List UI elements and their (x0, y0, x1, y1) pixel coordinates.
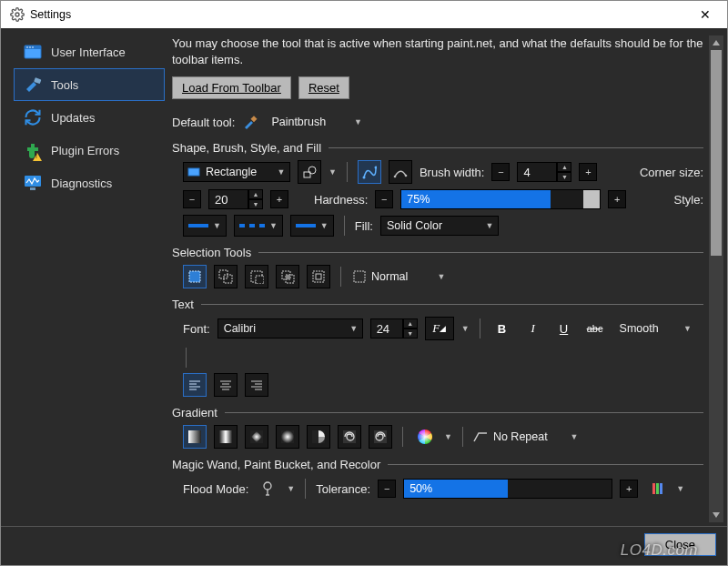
align-center-button[interactable] (214, 373, 238, 397)
sidebar-item-tools[interactable]: Tools (14, 68, 165, 101)
sidebar-item-label: Updates (51, 111, 95, 125)
tolerance-slider[interactable]: 50% (403, 479, 612, 499)
section-selection-title: Selection Tools (172, 246, 251, 259)
section-gradient-title: Gradient (172, 406, 217, 419)
tolerance-value: 50% (404, 482, 432, 495)
selection-icon (351, 270, 366, 283)
default-tool-dropdown[interactable]: Paintbrush ▼ (266, 112, 366, 132)
sidebar-item-plugin-errors[interactable]: Plugin Errors (14, 134, 165, 167)
hardness-slider[interactable]: 75% (400, 189, 601, 209)
gradient-reflected-button[interactable] (214, 425, 238, 449)
font-metrics-button[interactable]: F◢ (425, 317, 454, 340)
font-value: Calibri (218, 322, 346, 335)
hardness-decrement[interactable]: − (375, 190, 393, 208)
italic-button[interactable]: I (521, 317, 545, 340)
chevron-down-icon[interactable]: ▼ (461, 324, 470, 333)
window-title: Settings (30, 8, 687, 21)
gradient-diamond-button[interactable] (245, 425, 268, 449)
svg-rect-54 (660, 483, 662, 494)
description-text: You may choose the tool that is active w… (172, 35, 703, 67)
selection-invert-button[interactable] (307, 265, 330, 288)
corner-size-increment[interactable]: + (270, 190, 288, 208)
spin-up[interactable]: ▲ (403, 318, 418, 328)
scroll-track[interactable] (709, 50, 723, 508)
spin-up[interactable]: ▲ (248, 189, 263, 199)
font-dropdown[interactable]: Calibri ▼ (217, 318, 363, 339)
spin-up[interactable]: ▲ (557, 162, 571, 172)
svg-rect-10 (188, 168, 199, 176)
align-left-button[interactable] (183, 373, 207, 397)
scroll-down-button[interactable] (709, 508, 723, 522)
spin-down[interactable]: ▼ (403, 328, 418, 339)
selection-subtract-button[interactable] (245, 265, 268, 288)
default-tool-label: Default tool: (172, 116, 235, 129)
align-right-button[interactable] (245, 373, 268, 397)
default-tool-value: Paintbrush (266, 116, 349, 128)
antialias-dropdown[interactable]: Smooth ▼ (614, 318, 696, 339)
svg-point-11 (308, 167, 316, 174)
line-curve-button[interactable] (358, 160, 381, 184)
hardness-label: Hardness: (314, 193, 368, 207)
svg-point-5 (32, 46, 34, 48)
hardness-value: 75% (401, 193, 430, 206)
flood-mode-button[interactable] (256, 477, 279, 500)
vertical-scrollbar[interactable] (709, 35, 723, 522)
svg-rect-17 (189, 271, 200, 282)
brush-width-input[interactable]: 4 ▲▼ (517, 162, 571, 182)
sidebar-item-updates[interactable]: Updates (14, 101, 165, 134)
tolerance-decrement[interactable]: − (378, 480, 396, 498)
reset-button[interactable]: Reset (298, 76, 349, 99)
corner-size-decrement[interactable]: − (183, 190, 201, 208)
shape-dropdown[interactable]: Rectangle ▼ (183, 162, 290, 182)
svg-point-4 (29, 46, 31, 48)
line-style-start-dropdown[interactable]: ▼ (183, 215, 227, 237)
load-from-toolbar-button[interactable]: Load From Toolbar (172, 76, 291, 99)
spline-button[interactable] (389, 160, 412, 184)
selection-intersect-button[interactable] (276, 265, 299, 288)
svg-rect-6 (34, 77, 41, 84)
line-style-dash-dropdown[interactable]: ▼ (234, 215, 283, 237)
section-wand-title: Magic Wand, Paint Bucket, and Recolor (172, 458, 380, 471)
corner-size-input[interactable]: 20 ▲▼ (208, 189, 263, 209)
hardness-increment[interactable]: + (608, 190, 626, 208)
section-text-title: Text (172, 298, 194, 311)
selection-replace-button[interactable] (183, 265, 207, 288)
color-wheel-icon[interactable] (413, 425, 437, 449)
gradient-radial-button[interactable] (276, 425, 299, 449)
chevron-down-icon[interactable]: ▼ (444, 432, 452, 441)
brush-width-decrement[interactable]: − (491, 163, 510, 181)
fill-dropdown[interactable]: Solid Color ▼ (380, 216, 499, 236)
scroll-up-button[interactable] (709, 35, 723, 50)
tolerance-increment[interactable]: + (620, 480, 638, 498)
gradient-repeat-dropdown[interactable]: No Repeat ▼ (473, 427, 582, 447)
svg-rect-27 (354, 271, 365, 282)
close-button[interactable]: Close (644, 533, 716, 556)
chevron-down-icon[interactable]: ▼ (329, 167, 337, 177)
bold-button[interactable]: B (490, 317, 514, 340)
strikethrough-button[interactable]: abc (583, 317, 607, 340)
brush-width-increment[interactable]: + (579, 163, 597, 181)
selection-add-button[interactable] (214, 265, 238, 288)
scroll-thumb[interactable] (711, 50, 722, 256)
window-close-button[interactable]: ✕ (687, 7, 723, 22)
sampling-button[interactable] (645, 477, 669, 500)
gradient-spiral-ccw-button[interactable] (369, 425, 392, 449)
chevron-down-icon: ▼ (566, 432, 582, 441)
sidebar-item-user-interface[interactable]: User Interface (14, 35, 165, 68)
gradient-conical-button[interactable] (307, 425, 330, 449)
underline-button[interactable]: U (552, 317, 576, 340)
window-icon (24, 43, 42, 61)
chevron-down-icon: ▼ (433, 272, 450, 281)
spin-down[interactable]: ▼ (557, 172, 571, 182)
chevron-down-icon[interactable]: ▼ (287, 484, 295, 493)
spin-down[interactable]: ▼ (248, 199, 263, 209)
selection-mode-dropdown[interactable]: Normal ▼ (351, 267, 450, 287)
shape-outline-button[interactable] (298, 160, 321, 184)
font-size-input[interactable]: 24 ▲▼ (370, 318, 418, 339)
chevron-down-icon[interactable]: ▼ (676, 484, 684, 493)
gradient-spiral-cw-button[interactable] (338, 425, 361, 449)
sync-icon (24, 108, 42, 126)
gradient-linear-button[interactable] (183, 425, 207, 449)
sidebar-item-diagnostics[interactable]: Diagnostics (14, 167, 165, 199)
line-style-end-dropdown[interactable]: ▼ (290, 215, 334, 237)
